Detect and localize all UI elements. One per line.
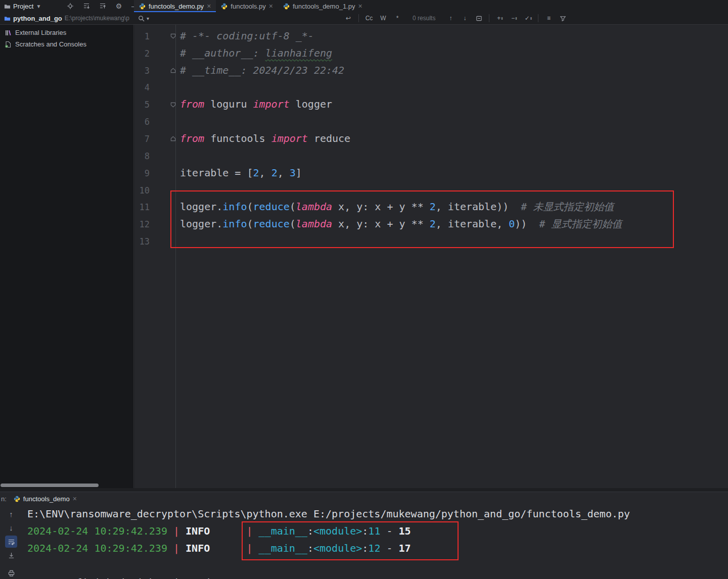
- close-icon[interactable]: ×: [358, 3, 362, 10]
- close-icon[interactable]: ×: [73, 495, 77, 503]
- python-file-icon: [14, 496, 20, 502]
- console-line: 2024-02-24 10:29:42.239 | INFO | __main_…: [22, 540, 728, 557]
- panel-divider: [0, 488, 728, 492]
- code-line[interactable]: 1# -*- coding:utf-8 _*-: [134, 28, 728, 45]
- match-case-button[interactable]: Cc: [363, 13, 375, 23]
- code-text: logger.info(reduce(lambda x, y: x + y **…: [180, 199, 614, 216]
- arrow-up-icon[interactable]: ↑: [5, 508, 17, 520]
- project-tree-item[interactable]: External Libraries: [0, 27, 133, 38]
- filter-plus-icon[interactable]: +II: [493, 13, 506, 23]
- code-line[interactable]: 2# __author__: lianhaifeng: [134, 45, 728, 62]
- search-history-chevron-icon[interactable]: ▾: [147, 16, 149, 21]
- fold-marker-icon[interactable]: [150, 102, 180, 108]
- line-number[interactable]: 4: [134, 82, 150, 92]
- code-line[interactable]: 10: [134, 182, 728, 199]
- locate-file-icon[interactable]: [65, 1, 76, 11]
- filter-minus-icon[interactable]: −II: [508, 13, 520, 23]
- search-in-selection-icon[interactable]: [473, 13, 485, 23]
- filter-funnel-icon[interactable]: [557, 13, 569, 23]
- arrow-down-icon[interactable]: ↓: [5, 522, 17, 534]
- regex-button[interactable]: *: [391, 13, 403, 23]
- tab-label: functools_demo_1.py: [293, 3, 355, 10]
- fold-marker-icon[interactable]: [150, 135, 180, 142]
- search-undo-icon[interactable]: ↩: [342, 13, 354, 23]
- python-file-icon: [221, 3, 228, 10]
- editor-tab[interactable]: functools.py×: [216, 0, 278, 12]
- line-number[interactable]: 8: [134, 151, 150, 161]
- code-line[interactable]: 7from functools import reduce: [134, 130, 728, 148]
- code-line[interactable]: 9iterable = [2, 2, 3]: [134, 165, 728, 182]
- project-tool-window-button[interactable]: Project ▼: [0, 3, 45, 10]
- horizontal-scrollbar[interactable]: [1, 484, 99, 487]
- tree-item-label: Scratches and Consoles: [15, 40, 86, 48]
- scroll-to-end-icon[interactable]: [5, 550, 17, 561]
- console-line: [22, 557, 728, 574]
- code-line[interactable]: 4: [134, 79, 728, 96]
- secondary-bar: python_and_go E:\projects\mukewang\p ▾ ↩…: [0, 12, 728, 25]
- line-number[interactable]: 5: [134, 100, 150, 110]
- soft-wrap-icon[interactable]: [5, 536, 17, 547]
- search-options-icon[interactable]: ≡: [542, 13, 555, 23]
- collapse-all-icon[interactable]: [97, 1, 108, 11]
- next-occurrence-button[interactable]: ↓: [459, 13, 471, 23]
- code-line[interactable]: 6: [134, 113, 728, 130]
- project-tree-item[interactable]: Scratches and Consoles: [0, 38, 133, 50]
- settings-gear-icon[interactable]: ⚙: [113, 1, 124, 11]
- line-number[interactable]: 12: [134, 219, 150, 229]
- code-editor[interactable]: 1# -*- coding:utf-8 _*-2# __author__: li…: [134, 25, 728, 488]
- code-line[interactable]: 3# __time__: 2024/2/23 22:42: [134, 62, 728, 79]
- project-header[interactable]: python_and_go E:\projects\mukewang\p: [0, 12, 134, 24]
- line-number[interactable]: 10: [134, 185, 150, 196]
- line-number[interactable]: 6: [134, 117, 150, 127]
- libraries-icon: [5, 29, 12, 36]
- line-number[interactable]: 9: [134, 168, 150, 178]
- previous-occurrence-button[interactable]: ↑: [444, 13, 457, 23]
- code-line[interactable]: 5from loguru import logger: [134, 96, 728, 113]
- line-number[interactable]: 3: [134, 66, 150, 76]
- editor-tab[interactable]: functools_demo.py×: [134, 0, 216, 12]
- fold-marker-icon[interactable]: [150, 67, 180, 74]
- project-path: E:\projects\mukewang\p: [65, 15, 129, 22]
- fold-marker-icon[interactable]: [150, 33, 180, 39]
- code-text: from loguru import logger: [180, 96, 332, 113]
- close-icon[interactable]: ×: [207, 3, 211, 10]
- python-file-icon: [283, 3, 290, 10]
- tree-item-label: External Libraries: [15, 29, 66, 36]
- line-number[interactable]: 7: [134, 134, 150, 144]
- line-number[interactable]: 13: [134, 236, 150, 247]
- python-file-icon: [139, 3, 146, 10]
- editor-tab[interactable]: functools_demo_1.py×: [278, 0, 368, 12]
- line-number[interactable]: 1: [134, 31, 150, 41]
- line-number[interactable]: 11: [134, 202, 150, 212]
- editor-code: 1# -*- coding:utf-8 _*-2# __author__: li…: [134, 25, 728, 250]
- project-folder-icon: [4, 15, 11, 22]
- code-text: from functools import reduce: [180, 130, 350, 148]
- console-tab[interactable]: functools_demo ×: [11, 495, 80, 503]
- code-text: logger.info(reduce(lambda x, y: x + y **…: [180, 216, 622, 233]
- code-line[interactable]: 12logger.info(reduce(lambda x, y: x + y …: [134, 216, 728, 233]
- project-tree: External LibrariesScratches and Consoles: [0, 25, 133, 50]
- search-input[interactable]: [153, 15, 340, 22]
- console-tab-bar: n: functools_demo ×: [0, 492, 728, 505]
- code-line[interactable]: 11logger.info(reduce(lambda x, y: x + y …: [134, 199, 728, 216]
- filter-check-icon[interactable]: ✓II: [522, 13, 534, 23]
- code-line[interactable]: 13: [134, 233, 728, 250]
- console-tab-label: functools_demo: [23, 495, 70, 503]
- expand-all-icon[interactable]: [81, 1, 92, 11]
- project-label: Project: [13, 3, 33, 10]
- search-icon: [138, 15, 145, 22]
- tab-label: functools.py: [231, 3, 265, 10]
- console-line: Process finished with exit code 0: [22, 574, 728, 579]
- whole-words-button[interactable]: W: [377, 13, 389, 23]
- code-line[interactable]: 8: [134, 148, 728, 165]
- code-text: # __author__: lianhaifeng: [180, 45, 332, 62]
- find-bar: ▾ ↩ Cc W * 0 results ↑ ↓ +II −II ✓II ≡: [134, 12, 728, 24]
- code-text: # __time__: 2024/2/23 22:42: [180, 62, 344, 79]
- scratches-icon: [5, 41, 12, 48]
- close-icon[interactable]: ×: [269, 3, 273, 10]
- line-number[interactable]: 2: [134, 49, 150, 59]
- print-icon[interactable]: [5, 567, 17, 579]
- project-panel-icon: [4, 3, 11, 10]
- run-label-clipped: n:: [1, 495, 7, 503]
- chevron-down-icon: ▼: [36, 4, 41, 9]
